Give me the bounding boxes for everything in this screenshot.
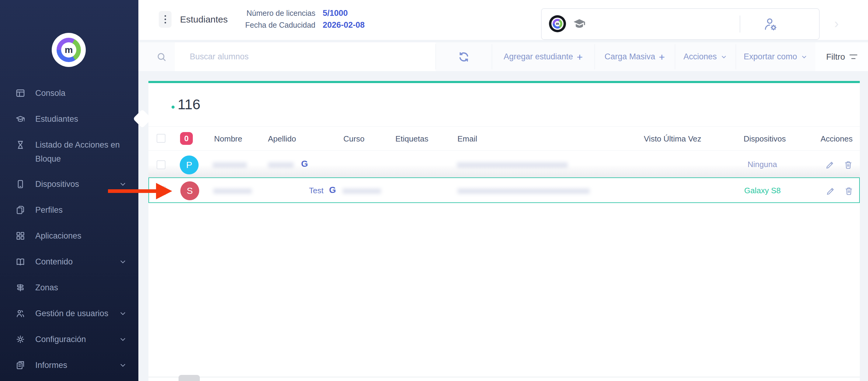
dashboard-icon xyxy=(15,86,27,100)
users-icon xyxy=(15,306,27,320)
last-name: Test xyxy=(309,186,323,195)
hourglass-icon xyxy=(15,138,27,152)
chevron-down-icon xyxy=(801,54,807,60)
sidebar-item-label: Gestión de usuarios xyxy=(35,306,119,320)
sidebar-item-perfiles[interactable]: Perfiles xyxy=(0,203,138,217)
graduation-cap-icon xyxy=(15,112,27,126)
record-count-section: 116 xyxy=(148,83,860,126)
delete-trash-icon[interactable] xyxy=(844,186,854,196)
students-table-card: 116 0 Nombre Apellido Curso Etiquetas Em… xyxy=(148,81,860,381)
delete-trash-icon[interactable] xyxy=(843,160,854,170)
sidebar-item-zonas[interactable]: Zonas xyxy=(0,281,138,295)
email-redacted: xxxxxxxxxxxxxxxxxxxxxxxxxx xyxy=(457,160,568,169)
actions-dropdown[interactable]: Acciones xyxy=(675,42,736,71)
sidebar-item-aplicaciones[interactable]: Aplicaciones xyxy=(0,229,138,243)
record-count: 116 xyxy=(178,96,200,113)
toolbar: Agregar estudiante + Carga Masiva + Acci… xyxy=(138,42,868,71)
sidebar-item-configuracion[interactable]: Configuración xyxy=(0,332,138,347)
kebab-menu-button[interactable] xyxy=(159,11,172,28)
page-title: Estudiantes xyxy=(180,14,228,25)
google-badge-icon: G xyxy=(301,159,308,169)
filter-icon xyxy=(849,55,857,59)
col-visto-ultima-vez[interactable]: Visto Última Vez xyxy=(644,134,701,144)
devices-value: Ninguna xyxy=(748,160,777,169)
course-redacted: xxxxxxxxx xyxy=(343,186,381,195)
chevron-down-icon xyxy=(119,255,127,269)
first-name-redacted: xxxxxxxx xyxy=(213,160,247,169)
filter-button[interactable]: Filtro xyxy=(815,42,868,71)
add-student-button[interactable]: Agregar estudiante + xyxy=(492,42,595,71)
licenses-label: Número de licencias xyxy=(239,9,315,18)
apps-grid-icon xyxy=(15,229,27,243)
sidebar-item-consola[interactable]: Consola xyxy=(0,86,138,101)
edit-pencil-icon[interactable] xyxy=(825,160,835,170)
sidebar-item-label: Aplicaciones xyxy=(35,229,127,243)
expiry-label: Fecha de Caducidad xyxy=(239,21,315,30)
col-etiquetas[interactable]: Etiquetas xyxy=(395,134,428,144)
divider xyxy=(740,16,740,33)
sidebar-item-informes[interactable]: Informes xyxy=(0,358,138,373)
chevron-down-icon xyxy=(119,332,127,346)
col-dispositivos[interactable]: Dispositivos xyxy=(744,134,786,144)
col-curso[interactable]: Curso xyxy=(343,134,364,144)
app-window: m Consola Estudiantes Listado de Acc xyxy=(0,0,868,381)
sidebar-nav: Consola Estudiantes Listado de Acciones … xyxy=(0,86,138,381)
email-redacted: xxxxxxxxxxxxxxxxxxxxxxxxxxxxxxx xyxy=(458,186,590,195)
add-student-label: Agregar estudiante xyxy=(504,52,573,61)
export-as-dropdown[interactable]: Exportar como xyxy=(736,42,815,71)
sidebar-item-label: Informes xyxy=(35,358,119,372)
bulk-upload-button[interactable]: Carga Masiva + xyxy=(595,42,675,71)
sidebar-item-listado-acciones[interactable]: Listado de Acciones en Bloque xyxy=(0,138,138,166)
reports-icon xyxy=(15,358,27,372)
red-arrow-shaft xyxy=(108,189,157,193)
select-all-checkbox[interactable] xyxy=(157,134,165,143)
export-as-label: Exportar como xyxy=(744,52,797,61)
search-input[interactable] xyxy=(175,42,436,71)
selected-count-badge: 0 xyxy=(180,132,193,145)
col-nombre[interactable]: Nombre xyxy=(214,134,242,144)
profiles-icon xyxy=(15,203,27,217)
sidebar-item-label: Listado de Acciones en Bloque xyxy=(35,138,127,166)
brand-logo-letter: m xyxy=(61,42,76,58)
col-acciones[interactable]: Acciones xyxy=(820,134,853,144)
sidebar-item-contenido[interactable]: Contenido xyxy=(0,255,138,269)
signpost-icon xyxy=(15,281,27,295)
last-name-redacted: xxxxxx xyxy=(268,160,294,169)
sidebar-item-label: Estudiantes xyxy=(35,112,127,126)
google-badge-icon: G xyxy=(329,185,336,195)
user-settings-icon[interactable] xyxy=(763,16,778,32)
sidebar-item-estudiantes[interactable]: Estudiantes xyxy=(0,112,138,126)
red-arrow-head xyxy=(156,183,172,199)
expiry-value: 2026-02-08 xyxy=(323,20,365,30)
horizontal-scrollbar-track xyxy=(148,377,860,377)
row-checkbox[interactable] xyxy=(157,160,165,169)
sidebar-item-label: Perfiles xyxy=(35,203,127,217)
graduation-cap-icon[interactable] xyxy=(572,17,587,31)
horizontal-scrollbar-thumb[interactable] xyxy=(179,375,200,381)
brand-mini-logo[interactable]: m xyxy=(549,15,566,32)
sidebar-item-label: Zonas xyxy=(35,281,127,295)
sidebar-item-label: Consola xyxy=(35,86,127,100)
brand-logo-ring: m xyxy=(57,38,81,62)
first-name-redacted: xxxxxxxxx xyxy=(214,186,252,195)
table-header-row: 0 Nombre Apellido Curso Etiquetas Email … xyxy=(148,126,860,151)
page-header: Estudiantes Número de licencias 5/1000 F… xyxy=(138,0,868,40)
avatar: S xyxy=(180,181,199,200)
sidebar-item-label: Contenido xyxy=(35,255,119,269)
faint-chevron-icon: › xyxy=(834,16,839,31)
edit-pencil-icon[interactable] xyxy=(826,186,836,196)
book-icon xyxy=(15,255,27,269)
search-field xyxy=(175,42,436,71)
sidebar-item-gestion-usuarios[interactable]: Gestión de usuarios xyxy=(0,306,138,321)
table-row[interactable]: P xxxxxxxx xxxxxx G xxxxxxxxxxxxxxxxxxxx… xyxy=(148,151,860,177)
chevron-down-icon xyxy=(720,54,727,60)
col-email[interactable]: Email xyxy=(457,134,477,144)
refresh-button[interactable] xyxy=(436,42,492,71)
actions-label: Acciones xyxy=(683,52,717,61)
gear-icon xyxy=(15,332,27,346)
col-apellido[interactable]: Apellido xyxy=(268,134,296,144)
search-icon xyxy=(156,52,167,62)
bulk-upload-label: Carga Masiva xyxy=(604,52,655,61)
table-row-highlighted[interactable]: S xxxxxxxxx Test G xxxxxxxxx xxxxxxxxxxx… xyxy=(148,177,860,203)
main-area: Estudiantes Número de licencias 5/1000 F… xyxy=(138,0,868,381)
